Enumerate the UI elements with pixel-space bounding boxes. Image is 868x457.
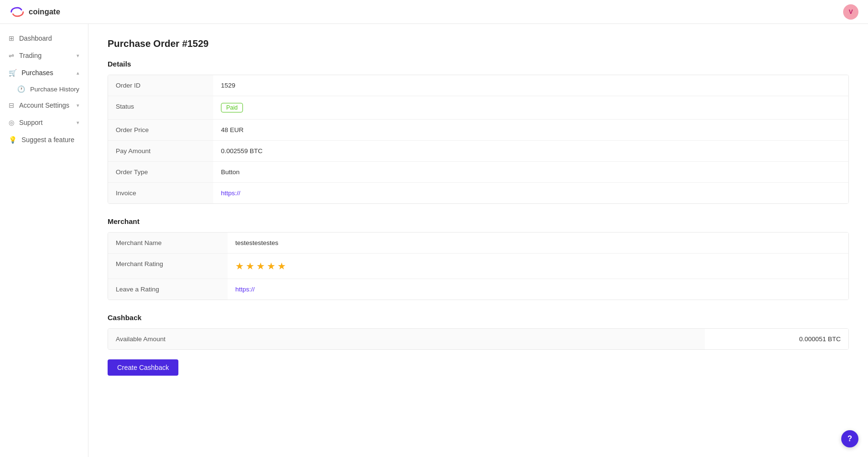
order-type-value: Button: [213, 162, 848, 182]
sidebar-item-trading[interactable]: ⇌ Trading ▾: [0, 47, 88, 64]
cashback-section-title: Cashback: [108, 313, 849, 322]
chevron-down-icon: ▾: [77, 53, 79, 59]
sidebar-item-label: Dashboard: [19, 34, 52, 42]
merchant-rating-value: ★ ★ ★ ★ ★: [228, 254, 848, 279]
table-row: Order Type Button: [108, 162, 848, 183]
table-row: Pay Amount 0.002559 BTC: [108, 141, 848, 162]
table-row: Order Price 48 EUR: [108, 120, 848, 141]
merchant-name-label: Merchant Name: [108, 233, 228, 253]
order-type-label: Order Type: [108, 162, 213, 182]
trading-icon: ⇌: [9, 52, 14, 59]
purchases-icon: 🛒: [9, 69, 17, 77]
sidebar-item-label: Trading: [19, 52, 42, 59]
status-value: Paid: [213, 96, 848, 119]
create-cashback-button[interactable]: Create Cashback: [108, 359, 178, 376]
table-row: Order ID 1529: [108, 75, 848, 96]
status-label: Status: [108, 96, 213, 119]
table-row: Merchant Rating ★ ★ ★ ★ ★: [108, 254, 848, 279]
chevron-up-icon: ▴: [77, 70, 79, 76]
main-content: Purchase Order #1529 Details Order ID 15…: [88, 24, 868, 457]
sidebar-item-label: Purchases: [22, 69, 53, 77]
order-id-value: 1529: [213, 75, 848, 96]
sidebar-item-suggest-feature[interactable]: 💡 Suggest a feature: [0, 131, 88, 148]
sidebar: ⊞ Dashboard ⇌ Trading ▾ 🛒 Purchases ▴ 🕐 …: [0, 24, 88, 457]
sidebar-sub-item-label: Purchase History: [30, 86, 79, 93]
leave-rating-link[interactable]: https://: [235, 286, 255, 293]
pay-amount-label: Pay Amount: [108, 141, 213, 161]
sidebar-item-label: Account Settings: [19, 101, 69, 109]
leave-rating-value: https://: [228, 279, 848, 300]
pay-amount-value: 0.002559 BTC: [213, 141, 848, 161]
table-row: Available Amount 0.000051 BTC: [108, 329, 848, 349]
order-price-value: 48 EUR: [213, 120, 848, 140]
coingate-logo-icon: [10, 7, 25, 17]
table-row: Status Paid: [108, 96, 848, 120]
details-section-title: Details: [108, 60, 849, 68]
sidebar-item-purchases[interactable]: 🛒 Purchases ▴: [0, 64, 88, 81]
lightbulb-icon: 💡: [9, 136, 17, 144]
sidebar-item-label: Support: [19, 119, 43, 126]
invoice-value: https://: [213, 183, 848, 203]
logo[interactable]: coingate: [10, 7, 60, 17]
sidebar-item-purchase-history[interactable]: 🕐 Purchase History: [0, 81, 88, 97]
merchant-rating-label: Merchant Rating: [108, 254, 228, 279]
merchant-section-title: Merchant: [108, 217, 849, 225]
sidebar-item-label: Suggest a feature: [22, 136, 75, 144]
merchant-name-value: testestestestes: [228, 233, 848, 253]
order-price-label: Order Price: [108, 120, 213, 140]
sidebar-item-support[interactable]: ◎ Support ▾: [0, 114, 88, 131]
leave-rating-label: Leave a Rating: [108, 279, 228, 300]
star-1-icon: ★: [235, 260, 244, 272]
star-5-icon: ★: [277, 260, 286, 272]
sidebar-item-dashboard[interactable]: ⊞ Dashboard: [0, 30, 88, 47]
support-icon: ◎: [9, 119, 14, 126]
logo-text: coingate: [29, 8, 60, 16]
table-row: Merchant Name testestestestes: [108, 233, 848, 254]
top-navigation: coingate V: [0, 0, 868, 24]
user-avatar[interactable]: V: [843, 4, 858, 20]
sidebar-item-account-settings[interactable]: ⊟ Account Settings ▾: [0, 97, 88, 114]
chevron-down-icon: ▾: [77, 120, 79, 126]
table-row: Leave a Rating https://: [108, 279, 848, 300]
status-badge: Paid: [221, 103, 243, 112]
order-id-label: Order ID: [108, 75, 213, 96]
invoice-label: Invoice: [108, 183, 213, 203]
invoice-link[interactable]: https://: [221, 189, 241, 197]
star-4-icon: ★: [267, 260, 275, 272]
available-amount-label: Available Amount: [108, 329, 705, 349]
star-2-icon: ★: [246, 260, 254, 272]
help-button[interactable]: ?: [841, 430, 858, 447]
settings-icon: ⊟: [9, 101, 14, 109]
details-table: Order ID 1529 Status Paid Order Price 48…: [108, 75, 849, 204]
table-row: Invoice https://: [108, 183, 848, 203]
page-title: Purchase Order #1529: [108, 38, 849, 49]
dashboard-icon: ⊞: [9, 34, 14, 42]
available-amount-value: 0.000051 BTC: [705, 329, 848, 349]
chevron-down-icon: ▾: [77, 102, 79, 109]
star-3-icon: ★: [256, 260, 265, 272]
merchant-table: Merchant Name testestestestes Merchant R…: [108, 232, 849, 300]
cashback-table: Available Amount 0.000051 BTC: [108, 328, 849, 350]
history-icon: 🕐: [17, 85, 25, 93]
